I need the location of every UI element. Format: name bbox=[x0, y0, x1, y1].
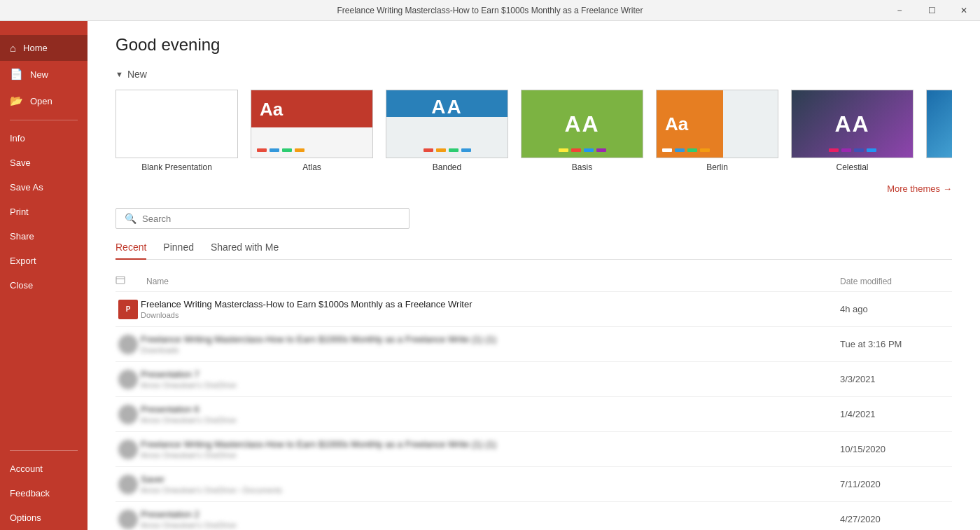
file-date-2: Tue at 3:16 PM bbox=[840, 339, 952, 349]
file-row[interactable]: Freelance Writing Masterclass-How to Ear… bbox=[115, 327, 952, 362]
template-circuit[interactable]: AA Circuit bbox=[926, 90, 952, 172]
template-basis-label: Basis bbox=[572, 162, 592, 172]
file-icon-4 bbox=[115, 405, 141, 424]
file-location-3: Amos Onwukwe's OneDrive bbox=[141, 381, 840, 389]
file-list: Name Date modified P Freelance Writing M… bbox=[115, 271, 952, 530]
file-location-6: Amos Onwukwe's OneDrive › Documents bbox=[141, 486, 840, 494]
template-celestial-label: Celestial bbox=[836, 162, 868, 172]
file-row[interactable]: Presentation 6 Amos Onwukwe's OneDrive 1… bbox=[115, 397, 952, 432]
pptx-icon-1: P bbox=[118, 300, 138, 319]
pptx-icon-5 bbox=[118, 440, 138, 459]
options-label: Options bbox=[10, 512, 41, 523]
file-info-5: Freelance Writing Masterclass-How to Ear… bbox=[141, 439, 840, 459]
template-banded[interactable]: AA Banded bbox=[386, 90, 508, 172]
file-location-7: Amos Onwukwe's OneDrive bbox=[141, 521, 840, 529]
sidebar-item-save-as[interactable]: Save As bbox=[0, 175, 88, 200]
file-row[interactable]: Presentation 7 Amos Onwukwe's OneDrive 3… bbox=[115, 362, 952, 397]
file-icon-6 bbox=[115, 475, 141, 494]
template-basis[interactable]: AA Basis bbox=[521, 90, 643, 172]
tab-shared[interactable]: Shared with Me bbox=[211, 242, 279, 260]
template-berlin-label: Berlin bbox=[706, 162, 728, 172]
sidebar-item-info[interactable]: Info bbox=[0, 126, 88, 151]
maximize-button[interactable]: ☐ bbox=[916, 0, 948, 21]
sidebar-new-label: New bbox=[30, 69, 48, 80]
template-blank-label: Blank Presentation bbox=[141, 162, 212, 172]
main-content: Good evening ▼ New Blank Presentation Aa bbox=[88, 0, 980, 530]
more-themes-link[interactable]: More themes → bbox=[887, 183, 952, 194]
search-input[interactable] bbox=[142, 214, 400, 224]
sidebar-divider-1 bbox=[10, 120, 78, 120]
sidebar-item-feedback[interactable]: Feedback bbox=[0, 481, 88, 505]
template-berlin[interactable]: Aa Berlin bbox=[656, 90, 778, 172]
pptx-icon-7 bbox=[118, 510, 138, 529]
sidebar-item-save[interactable]: Save bbox=[0, 151, 88, 175]
sidebar-item-home[interactable]: ⌂ Home bbox=[0, 35, 88, 61]
pptx-icon-3 bbox=[118, 370, 138, 389]
file-icon-3 bbox=[115, 370, 141, 389]
search-icon: 🔍 bbox=[125, 213, 136, 224]
svg-rect-0 bbox=[116, 277, 125, 284]
file-row[interactable]: Freelance Writing Masterclass-How to Ear… bbox=[115, 432, 952, 467]
template-blank[interactable]: Blank Presentation bbox=[115, 90, 238, 172]
file-name-6: Saver bbox=[141, 474, 840, 484]
file-name-4: Presentation 6 bbox=[141, 404, 840, 414]
close-menu-label: Close bbox=[10, 280, 33, 291]
file-location-5: Amos Onwukwe's OneDrive bbox=[141, 451, 840, 459]
sidebar-item-print[interactable]: Print bbox=[0, 200, 88, 224]
sidebar-divider-2 bbox=[10, 450, 78, 451]
sidebar-item-open[interactable]: 📂 Open bbox=[0, 88, 88, 114]
pptx-icon-4 bbox=[118, 405, 138, 424]
pptx-icon-6 bbox=[118, 475, 138, 494]
file-name-3: Presentation 7 bbox=[141, 369, 840, 379]
title-bar: Freelance Writing Masterclass-How to Ear… bbox=[0, 0, 980, 21]
window-controls: − ☐ ✕ bbox=[883, 0, 980, 21]
tabs: Recent Pinned Shared with Me bbox=[115, 242, 952, 260]
file-date-1: 4h ago bbox=[840, 304, 952, 314]
search-bar: 🔍 bbox=[115, 208, 410, 229]
feedback-label: Feedback bbox=[10, 488, 50, 498]
chevron-down-icon: ▼ bbox=[115, 70, 123, 78]
new-section-label[interactable]: ▼ New bbox=[115, 69, 952, 80]
templates-row: Blank Presentation Aa Atlas bbox=[115, 90, 952, 179]
file-location-2: Downloads bbox=[141, 346, 840, 354]
template-atlas[interactable]: Aa Atlas bbox=[251, 90, 373, 172]
save-label: Save bbox=[10, 158, 31, 168]
file-row[interactable]: Saver Amos Onwukwe's OneDrive › Document… bbox=[115, 467, 952, 502]
sidebar-item-new[interactable]: 📄 New bbox=[0, 61, 88, 88]
file-name-1: Freelance Writing Masterclass-How to Ear… bbox=[141, 299, 840, 309]
tab-pinned[interactable]: Pinned bbox=[163, 242, 194, 260]
file-icon-2 bbox=[115, 335, 141, 354]
sidebar-item-options[interactable]: Options bbox=[0, 505, 88, 530]
save-as-label: Save As bbox=[10, 182, 43, 193]
sidebar-item-export[interactable]: Export bbox=[0, 249, 88, 273]
close-button[interactable]: ✕ bbox=[948, 0, 980, 21]
col-date-label: Date modified bbox=[840, 277, 892, 286]
arrow-right-icon: → bbox=[943, 183, 952, 194]
template-banded-label: Banded bbox=[433, 162, 461, 172]
file-date-5: 10/15/2020 bbox=[840, 444, 952, 454]
file-name-2: Freelance Writing Masterclass-How to Ear… bbox=[141, 334, 840, 344]
file-row[interactable]: P Freelance Writing Masterclass-How to E… bbox=[115, 292, 952, 327]
file-info-6: Saver Amos Onwukwe's OneDrive › Document… bbox=[141, 474, 840, 494]
file-list-header: Name Date modified bbox=[115, 271, 952, 292]
file-location-4: Amos Onwukwe's OneDrive bbox=[141, 416, 840, 424]
pptx-icon-2 bbox=[118, 335, 138, 354]
print-label: Print bbox=[10, 207, 29, 217]
tab-recent[interactable]: Recent bbox=[115, 242, 146, 260]
file-row[interactable]: Presentation 2 Amos Onwukwe's OneDrive 4… bbox=[115, 502, 952, 530]
file-info-4: Presentation 6 Amos Onwukwe's OneDrive bbox=[141, 404, 840, 424]
more-themes-label: More themes bbox=[887, 183, 940, 194]
open-icon: 📂 bbox=[10, 95, 23, 107]
file-icon-7 bbox=[115, 510, 141, 529]
template-celestial[interactable]: AA Celestial bbox=[791, 90, 913, 172]
export-label: Export bbox=[10, 256, 36, 266]
minimize-button[interactable]: − bbox=[883, 0, 916, 21]
file-date-6: 7/11/2020 bbox=[840, 479, 952, 489]
sidebar: ← ⌂ Home 📄 New 📂 Open Info Save Save As … bbox=[0, 0, 88, 530]
sidebar-item-close[interactable]: Close bbox=[0, 273, 88, 298]
file-info-2: Freelance Writing Masterclass-How to Ear… bbox=[141, 334, 840, 354]
sidebar-item-share[interactable]: Share bbox=[0, 224, 88, 249]
sidebar-item-account[interactable]: Account bbox=[0, 456, 88, 481]
info-label: Info bbox=[10, 133, 25, 144]
header-icon-spacer bbox=[115, 275, 141, 287]
